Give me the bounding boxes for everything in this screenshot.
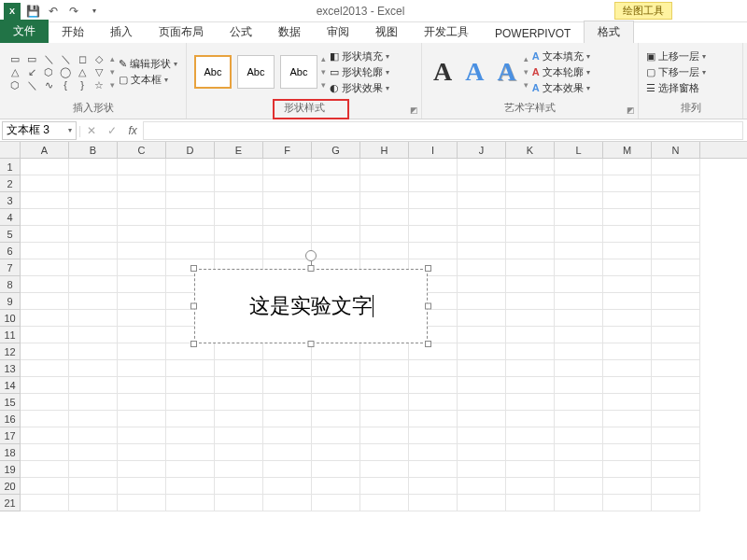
column-header[interactable]: I <box>409 142 458 158</box>
row-header[interactable]: 21 <box>0 495 21 511</box>
cell[interactable] <box>215 243 263 259</box>
cell[interactable] <box>69 159 118 175</box>
dialog-launcher-icon[interactable]: ◩ <box>625 105 636 117</box>
cell[interactable] <box>506 259 555 276</box>
cell[interactable] <box>652 259 700 276</box>
cell[interactable] <box>458 478 506 495</box>
cell[interactable] <box>118 461 166 478</box>
cell[interactable] <box>555 310 603 327</box>
cell[interactable] <box>409 461 458 478</box>
cell[interactable] <box>166 411 215 427</box>
cell[interactable] <box>458 377 506 394</box>
cell[interactable] <box>603 175 652 192</box>
cell[interactable] <box>506 427 555 444</box>
cell[interactable] <box>21 495 69 511</box>
cell[interactable] <box>215 478 263 495</box>
cell[interactable] <box>603 192 652 209</box>
cell[interactable] <box>652 327 700 343</box>
cell[interactable] <box>555 444 603 461</box>
row-header[interactable]: 10 <box>0 310 21 327</box>
cell[interactable] <box>652 226 700 243</box>
cell[interactable] <box>555 209 603 226</box>
cell[interactable] <box>409 377 458 394</box>
cell[interactable] <box>458 276 506 293</box>
cell[interactable] <box>21 394 69 411</box>
cell[interactable] <box>409 175 458 192</box>
cell[interactable] <box>652 444 700 461</box>
cell[interactable] <box>603 243 652 259</box>
cell[interactable] <box>69 276 118 293</box>
cell[interactable] <box>215 226 263 243</box>
cell[interactable] <box>603 394 652 411</box>
column-header[interactable]: F <box>263 142 312 158</box>
cell[interactable] <box>118 243 166 259</box>
cell[interactable] <box>506 478 555 495</box>
tab-page-layout[interactable]: 页面布局 <box>146 21 217 43</box>
cell[interactable] <box>652 293 700 310</box>
cell[interactable] <box>312 192 360 209</box>
cell[interactable] <box>21 327 69 343</box>
cell[interactable] <box>603 478 652 495</box>
cell[interactable] <box>652 377 700 394</box>
cell[interactable] <box>555 411 603 427</box>
resize-handle-tr[interactable] <box>425 265 431 272</box>
cell[interactable] <box>263 411 312 427</box>
cell[interactable] <box>69 327 118 343</box>
cancel-icon[interactable]: ✕ <box>81 124 102 137</box>
qat-dropdown-icon[interactable]: ▾ <box>86 3 103 20</box>
cell[interactable] <box>360 495 409 511</box>
cell[interactable] <box>21 259 69 276</box>
cell[interactable] <box>555 276 603 293</box>
chevron-down-icon[interactable]: ▾ <box>68 126 72 134</box>
cell[interactable] <box>555 478 603 495</box>
cell[interactable] <box>652 495 700 511</box>
cell[interactable] <box>603 461 652 478</box>
cell[interactable] <box>555 226 603 243</box>
tab-insert[interactable]: 插入 <box>97 21 146 43</box>
cell[interactable] <box>312 461 360 478</box>
cell[interactable] <box>603 226 652 243</box>
cell[interactable] <box>263 478 312 495</box>
cell[interactable] <box>652 427 700 444</box>
tab-format[interactable]: 格式 <box>584 21 634 43</box>
cell[interactable] <box>360 394 409 411</box>
cell[interactable] <box>312 377 360 394</box>
row-header[interactable]: 14 <box>0 377 21 394</box>
cell[interactable] <box>458 293 506 310</box>
cell[interactable] <box>360 444 409 461</box>
cell[interactable] <box>458 192 506 209</box>
column-header[interactable]: D <box>166 142 215 158</box>
wordart-more-icon[interactable]: ▾ <box>524 80 529 90</box>
cell[interactable] <box>506 310 555 327</box>
cell[interactable] <box>360 377 409 394</box>
cell[interactable] <box>21 461 69 478</box>
row-header[interactable]: 20 <box>0 478 21 495</box>
row-header[interactable]: 19 <box>0 461 21 478</box>
cell[interactable] <box>506 411 555 427</box>
cell[interactable] <box>409 226 458 243</box>
cell[interactable] <box>409 360 458 377</box>
cell[interactable] <box>360 411 409 427</box>
cell[interactable] <box>555 175 603 192</box>
edit-shape-button[interactable]: ✎编辑形状▾ <box>117 56 179 72</box>
cell[interactable] <box>555 427 603 444</box>
cell[interactable] <box>603 293 652 310</box>
resize-handle-bl[interactable] <box>190 341 197 347</box>
cell[interactable] <box>118 226 166 243</box>
cell[interactable] <box>69 293 118 310</box>
cell[interactable] <box>652 276 700 293</box>
cell[interactable] <box>69 243 118 259</box>
row-header[interactable]: 9 <box>0 293 21 310</box>
cell[interactable] <box>215 377 263 394</box>
cell[interactable] <box>69 377 118 394</box>
cell[interactable] <box>215 343 263 360</box>
formula-input[interactable] <box>143 121 743 140</box>
send-backward-button[interactable]: ▢下移一层▾ <box>644 64 708 80</box>
column-header[interactable]: J <box>458 142 506 158</box>
gallery-more-icon[interactable]: ▾ <box>110 80 115 90</box>
shape-outline-button[interactable]: ▭形状轮廓▾ <box>328 64 391 80</box>
cell[interactable] <box>603 259 652 276</box>
cell[interactable] <box>21 159 69 175</box>
wordart-style-2[interactable]: A <box>459 57 489 87</box>
cell[interactable] <box>215 175 263 192</box>
